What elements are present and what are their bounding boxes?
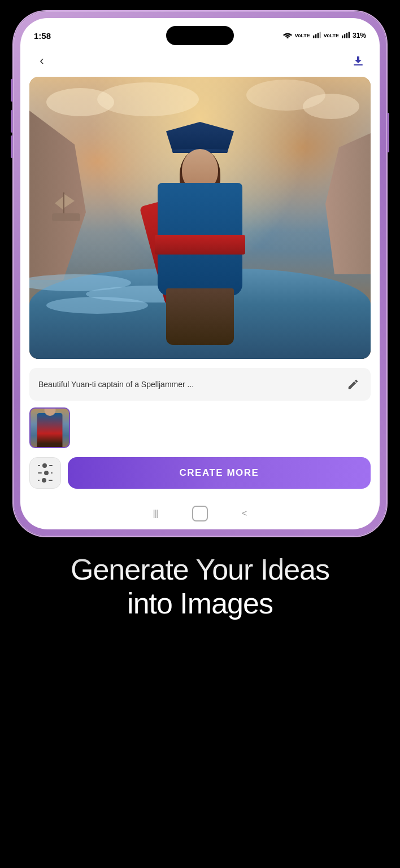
battery-label: 31% — [353, 32, 366, 40]
svg-rect-6 — [344, 34, 345, 38]
svg-rect-4 — [319, 32, 320, 38]
character-sash — [155, 235, 245, 255]
svg-rect-2 — [315, 34, 316, 38]
action-row: CREATE MORE — [20, 457, 380, 500]
back-chevron-icon: ‹ — [40, 54, 44, 68]
download-button[interactable] — [348, 51, 368, 71]
home-button[interactable] — [192, 506, 208, 521]
back-nav-icon[interactable]: < — [242, 508, 247, 519]
recent-apps-icon[interactable]: ||| — [153, 508, 158, 519]
character-legs — [166, 288, 234, 345]
wifi-icon — [283, 32, 292, 40]
phone-shell: 1:58 VoLTE — [14, 11, 386, 536]
svg-marker-12 — [55, 196, 63, 210]
svg-rect-1 — [313, 36, 314, 38]
settings-button[interactable] — [29, 457, 61, 489]
dynamic-island — [166, 26, 234, 45]
svg-rect-7 — [346, 33, 347, 38]
phone-wrapper: 1:58 VoLTE — [14, 11, 386, 536]
ship-background — [46, 190, 86, 223]
sliders-icon — [38, 463, 53, 483]
back-button[interactable]: ‹ — [32, 51, 52, 71]
prompt-area: Beautiful Yuan-ti captain of a Spelljamm… — [29, 368, 371, 401]
svg-rect-5 — [342, 36, 343, 38]
svg-point-0 — [286, 37, 288, 38]
svg-rect-3 — [318, 33, 319, 38]
create-more-button[interactable]: CREATE MORE — [68, 457, 371, 489]
svg-rect-10 — [63, 192, 64, 215]
tagline: Generate Your Ideasinto Images — [59, 536, 341, 632]
status-icons: VoLTE VoLTE — [283, 32, 366, 40]
create-more-label: CREATE MORE — [180, 467, 259, 479]
svg-rect-9 — [354, 64, 363, 65]
prompt-text: Beautiful Yuan-ti captain of a Spelljamm… — [38, 380, 345, 389]
signal-label: VoLTE — [295, 33, 310, 38]
thumb-figure — [37, 413, 63, 447]
figure-body — [149, 122, 251, 336]
thumbnails-row — [20, 407, 380, 457]
home-area: ||| < — [20, 500, 380, 529]
signal2-label: VoLTE — [324, 33, 339, 38]
status-time: 1:58 — [34, 31, 51, 41]
cloud-4 — [246, 80, 325, 111]
header-nav: ‹ — [20, 49, 380, 77]
edit-icon — [347, 378, 359, 391]
svg-rect-13 — [52, 213, 80, 221]
character-figure — [121, 111, 279, 359]
signal-bars-icon — [313, 32, 321, 40]
signal2-bars-icon — [342, 32, 350, 40]
phone-screen: 1:58 VoLTE — [20, 18, 380, 529]
download-icon — [351, 54, 365, 68]
thumbnail-item[interactable] — [29, 407, 70, 448]
main-image — [29, 77, 371, 359]
svg-marker-11 — [64, 194, 75, 208]
svg-rect-8 — [349, 32, 350, 38]
character-hat — [166, 122, 234, 153]
edit-button[interactable] — [345, 376, 362, 393]
